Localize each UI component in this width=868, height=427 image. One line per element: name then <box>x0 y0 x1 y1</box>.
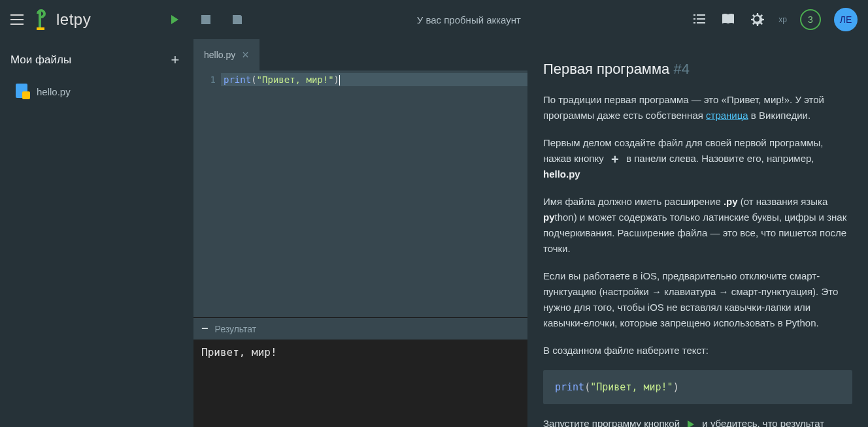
book-icon[interactable] <box>721 12 737 27</box>
stop-button[interactable] <box>198 12 214 27</box>
code-editor[interactable]: 1 print("Привет, мир!") <box>193 71 527 317</box>
xp-badge[interactable]: 3 <box>800 9 821 30</box>
plus-icon: + <box>608 152 622 166</box>
tab-filename: hello.py <box>204 50 235 60</box>
svg-rect-0 <box>201 15 210 24</box>
result-panel: − Результат Привет, мир! <box>193 317 527 427</box>
svg-rect-1 <box>693 14 695 16</box>
lesson-panel[interactable]: Первая программа #4 По традиции первая п… <box>527 39 868 427</box>
run-button[interactable] <box>167 12 182 27</box>
code-line: print("Привет, мир!") <box>221 73 527 86</box>
save-button[interactable] <box>229 12 245 27</box>
token-paren: ( <box>251 74 256 85</box>
editor-tab[interactable]: hello.py × <box>193 39 259 71</box>
lesson-paragraph: Если вы работаете в iOS, предварительно … <box>543 268 852 331</box>
svg-rect-6 <box>697 22 705 24</box>
svg-rect-3 <box>693 18 695 20</box>
svg-rect-2 <box>697 14 705 16</box>
avatar-initials: ЛЕ <box>840 14 852 25</box>
editor-area: hello.py × 1 print("Привет, мир!") − Рез… <box>193 39 527 427</box>
token-paren: ) <box>334 74 339 85</box>
lesson-title: Первая программа #4 <box>543 57 852 80</box>
sidebar-header: Мои файлы + <box>10 52 183 68</box>
svg-rect-4 <box>697 18 705 20</box>
result-output: Привет, мир! <box>193 340 527 365</box>
line-gutter: 1 <box>193 71 221 317</box>
editor-tabs: hello.py × <box>193 39 527 71</box>
sidebar-title: Мои файлы <box>10 54 71 67</box>
lesson-number: #4 <box>673 61 689 77</box>
lesson-title-text: Первая программа <box>543 61 669 77</box>
svg-rect-5 <box>693 22 695 24</box>
xp-label: xp <box>778 15 787 24</box>
gear-icon[interactable] <box>750 12 765 27</box>
add-file-button[interactable]: + <box>167 52 183 68</box>
toolbar <box>167 12 245 27</box>
list-icon[interactable] <box>692 12 708 27</box>
account-status-text: У вас пробный аккаунт <box>417 14 521 25</box>
logo-icon <box>37 9 51 30</box>
file-item[interactable]: hello.py <box>10 78 183 104</box>
app-header: letpy У вас пробный аккаунт xp 3 ЛЕ <box>0 0 868 39</box>
file-sidebar: Мои файлы + hello.py <box>0 39 193 427</box>
file-name: hello.py <box>37 86 71 97</box>
header-right: xp 3 ЛЕ <box>692 8 858 31</box>
code-example: print("Привет, мир!") <box>543 370 852 404</box>
avatar[interactable]: ЛЕ <box>834 8 858 31</box>
close-tab-icon[interactable]: × <box>242 48 249 62</box>
lesson-paragraph: Первым делом создайте файл для своей пер… <box>543 135 852 182</box>
code-content[interactable]: print("Привет, мир!") <box>221 71 527 317</box>
line-number: 1 <box>193 73 216 86</box>
result-header: − Результат <box>193 318 527 340</box>
wikipedia-link[interactable]: страница <box>706 110 748 121</box>
lesson-paragraph: Запустите программу кнопкой и убедитесь,… <box>543 416 852 427</box>
result-title: Результат <box>215 324 257 334</box>
main-layout: Мои файлы + hello.py hello.py × 1 print(… <box>0 39 868 427</box>
brand-name: letpy <box>56 10 91 29</box>
token-string: "Привет, мир!" <box>257 74 334 85</box>
play-icon <box>684 417 698 427</box>
lesson-paragraph: По традиции первая программа — это «Прив… <box>543 92 852 123</box>
cursor-caret <box>339 75 340 86</box>
python-file-icon <box>14 84 30 99</box>
lesson-paragraph: Имя файла должно иметь расширение .py (о… <box>543 194 852 257</box>
token-function: print <box>224 74 251 85</box>
brand-logo[interactable]: letpy <box>37 9 91 30</box>
collapse-icon[interactable]: − <box>201 322 209 336</box>
xp-value: 3 <box>808 14 813 25</box>
lesson-paragraph: В созданном файле наберите текст: <box>543 343 852 358</box>
menu-icon[interactable] <box>10 12 26 27</box>
